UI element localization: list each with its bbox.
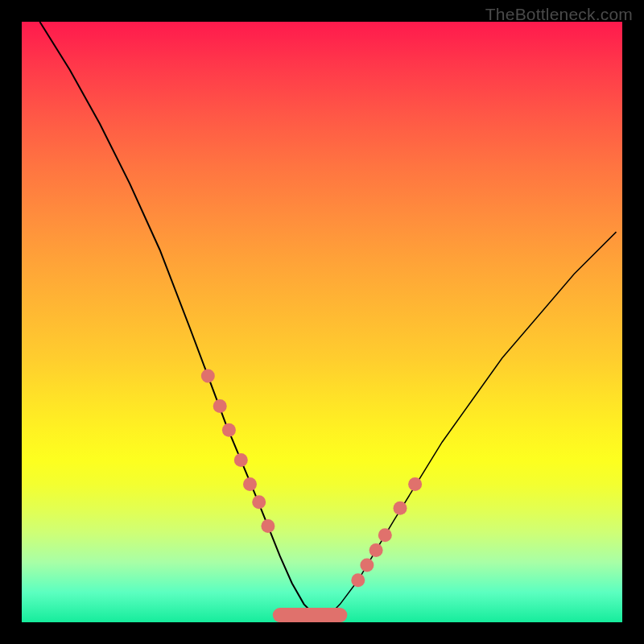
curve-left	[39, 22, 328, 617]
marker-right	[360, 559, 374, 572]
marker-right	[408, 477, 422, 491]
curve-right	[316, 232, 617, 616]
marker-left	[234, 453, 248, 467]
watermark-text: TheBottleneck.com	[485, 5, 633, 24]
marker-left	[252, 495, 266, 509]
chart-svg	[22, 22, 622, 622]
marker-left	[201, 369, 215, 383]
trough-blob	[273, 608, 348, 622]
plot-area	[22, 22, 622, 622]
marker-left	[222, 423, 236, 437]
marker-right	[351, 573, 365, 587]
marker-right	[369, 543, 383, 557]
marker-left	[261, 519, 275, 533]
marker-right	[394, 502, 407, 515]
marker-right	[378, 528, 392, 542]
chart-container: TheBottleneck.com	[0, 0, 644, 644]
marker-left	[243, 477, 257, 491]
marker-left	[213, 399, 227, 413]
